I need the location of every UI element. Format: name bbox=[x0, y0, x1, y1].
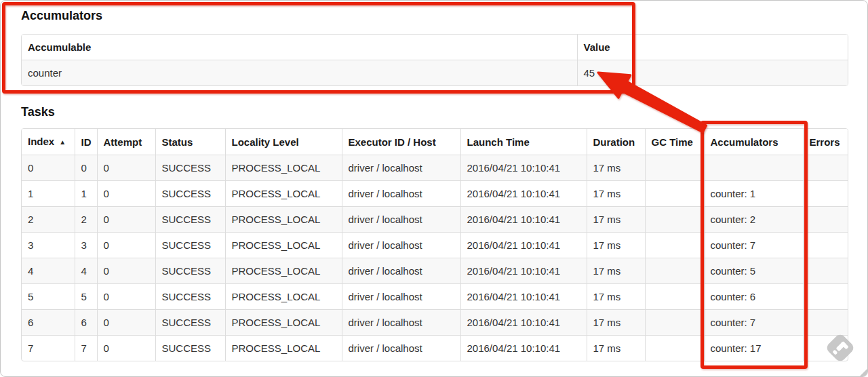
table-cell bbox=[645, 258, 704, 284]
table-cell: 2016/04/21 10:10:41 bbox=[460, 233, 587, 258]
table-cell: 17 ms bbox=[587, 336, 645, 361]
accumulators-table: Accumulable Value counter45 bbox=[21, 34, 848, 86]
table-cell: 2 bbox=[22, 207, 75, 233]
table-cell: 0 bbox=[97, 310, 155, 336]
table-cell: counter: 7 bbox=[704, 310, 803, 336]
table-cell: 1 bbox=[75, 181, 97, 207]
table-row: 770SUCCESSPROCESS_LOCALdriver / localhos… bbox=[22, 336, 848, 361]
table-cell bbox=[645, 155, 704, 181]
table-cell bbox=[704, 155, 803, 181]
table-cell: 17 ms bbox=[587, 258, 645, 284]
tasks-section-title: Tasks bbox=[21, 104, 847, 120]
table-row: 440SUCCESSPROCESS_LOCALdriver / localhos… bbox=[22, 258, 848, 284]
table-cell: driver / localhost bbox=[342, 310, 460, 336]
table-cell: 2016/04/21 10:10:41 bbox=[460, 181, 587, 207]
table-cell: 2016/04/21 10:10:41 bbox=[460, 207, 587, 233]
table-cell: driver / localhost bbox=[342, 181, 460, 207]
feedly-watermark-corner-icon bbox=[855, 365, 868, 377]
table-cell: 17 ms bbox=[587, 284, 645, 310]
table-cell: 17 ms bbox=[587, 207, 645, 233]
table-cell: 2016/04/21 10:10:41 bbox=[460, 336, 587, 361]
table-cell: PROCESS_LOCAL bbox=[225, 284, 342, 310]
table-cell: counter: 5 bbox=[704, 258, 803, 284]
table-cell bbox=[803, 207, 848, 233]
table-cell: driver / localhost bbox=[342, 336, 460, 361]
table-cell: counter: 7 bbox=[704, 233, 803, 258]
table-cell: 0 bbox=[97, 207, 155, 233]
table-cell bbox=[803, 233, 848, 258]
table-cell: 0 bbox=[22, 155, 75, 181]
table-cell: 0 bbox=[75, 155, 97, 181]
table-cell: 2016/04/21 10:10:41 bbox=[460, 310, 587, 336]
table-cell: 2016/04/21 10:10:41 bbox=[460, 284, 587, 310]
page-content: Accumulators Accumulable Value counter45… bbox=[1, 1, 867, 361]
table-cell: SUCCESS bbox=[155, 207, 225, 233]
table-cell: 45 bbox=[577, 60, 848, 86]
table-cell: SUCCESS bbox=[155, 336, 225, 361]
table-cell: PROCESS_LOCAL bbox=[225, 336, 342, 361]
table-cell: 17 ms bbox=[587, 155, 645, 181]
table-cell bbox=[803, 336, 848, 361]
table-cell: counter bbox=[22, 60, 577, 86]
tasks-header-index-label: Index bbox=[28, 136, 54, 147]
table-cell: 7 bbox=[75, 336, 97, 361]
accumulators-section-title: Accumulators bbox=[21, 7, 847, 24]
table-cell: PROCESS_LOCAL bbox=[225, 233, 342, 258]
table-cell: 2016/04/21 10:10:41 bbox=[460, 258, 587, 284]
table-cell: PROCESS_LOCAL bbox=[225, 155, 342, 181]
table-cell: counter: 2 bbox=[704, 207, 803, 233]
table-cell: SUCCESS bbox=[155, 233, 225, 258]
tasks-header-accumulators[interactable]: Accumulators bbox=[704, 129, 803, 155]
table-cell: 0 bbox=[97, 155, 155, 181]
table-cell bbox=[645, 310, 704, 336]
table-row: 000SUCCESSPROCESS_LOCALdriver / localhos… bbox=[22, 155, 848, 181]
tasks-header-launch-time[interactable]: Launch Time bbox=[460, 129, 587, 155]
table-cell: SUCCESS bbox=[155, 310, 225, 336]
tasks-header-row: Index▲ ID Attempt Status Locality Level … bbox=[22, 129, 848, 155]
table-cell bbox=[645, 233, 704, 258]
table-cell: 2 bbox=[75, 207, 97, 233]
value-column-header: Value bbox=[577, 35, 848, 60]
table-cell: 0 bbox=[97, 284, 155, 310]
table-row: 330SUCCESSPROCESS_LOCALdriver / localhos… bbox=[22, 233, 848, 258]
tasks-header-index[interactable]: Index▲ bbox=[22, 129, 75, 155]
tasks-header-duration[interactable]: Duration bbox=[587, 129, 645, 155]
table-cell: 2016/04/21 10:10:41 bbox=[460, 155, 587, 181]
table-cell: SUCCESS bbox=[155, 155, 225, 181]
table-cell: SUCCESS bbox=[155, 284, 225, 310]
table-cell bbox=[803, 284, 848, 310]
table-cell: 4 bbox=[75, 258, 97, 284]
table-cell bbox=[645, 284, 704, 310]
table-cell: PROCESS_LOCAL bbox=[225, 207, 342, 233]
table-cell: 17 ms bbox=[587, 233, 645, 258]
table-cell: driver / localhost bbox=[342, 155, 460, 181]
table-cell bbox=[803, 310, 848, 336]
table-cell bbox=[803, 181, 848, 207]
table-cell: 3 bbox=[22, 233, 75, 258]
table-cell: counter: 1 bbox=[704, 181, 803, 207]
tasks-header-status[interactable]: Status bbox=[155, 129, 225, 155]
table-cell: counter: 17 bbox=[704, 336, 803, 361]
tasks-header-attempt[interactable]: Attempt bbox=[97, 129, 155, 155]
table-cell: 7 bbox=[22, 336, 75, 361]
sort-ascending-icon: ▲ bbox=[59, 138, 66, 146]
table-cell: PROCESS_LOCAL bbox=[225, 181, 342, 207]
tasks-header-errors[interactable]: Errors bbox=[803, 129, 848, 155]
table-cell: 0 bbox=[97, 336, 155, 361]
tasks-header-gc-time[interactable]: GC Time bbox=[645, 129, 704, 155]
table-cell bbox=[645, 336, 704, 361]
table-cell: 0 bbox=[97, 233, 155, 258]
tasks-header-executor-id-host[interactable]: Executor ID / Host bbox=[342, 129, 460, 155]
tasks-header-id[interactable]: ID bbox=[75, 129, 97, 155]
table-cell: driver / localhost bbox=[342, 233, 460, 258]
table-cell: driver / localhost bbox=[342, 207, 460, 233]
spark-ui-page: Accumulators Accumulable Value counter45… bbox=[0, 0, 868, 377]
table-cell bbox=[803, 258, 848, 284]
table-cell: SUCCESS bbox=[155, 258, 225, 284]
tasks-header-locality-level[interactable]: Locality Level bbox=[225, 129, 342, 155]
table-cell: PROCESS_LOCAL bbox=[225, 310, 342, 336]
table-cell: driver / localhost bbox=[342, 258, 460, 284]
table-cell: 5 bbox=[75, 284, 97, 310]
table-cell: counter: 6 bbox=[704, 284, 803, 310]
tasks-table: Index▲ ID Attempt Status Locality Level … bbox=[21, 128, 848, 361]
